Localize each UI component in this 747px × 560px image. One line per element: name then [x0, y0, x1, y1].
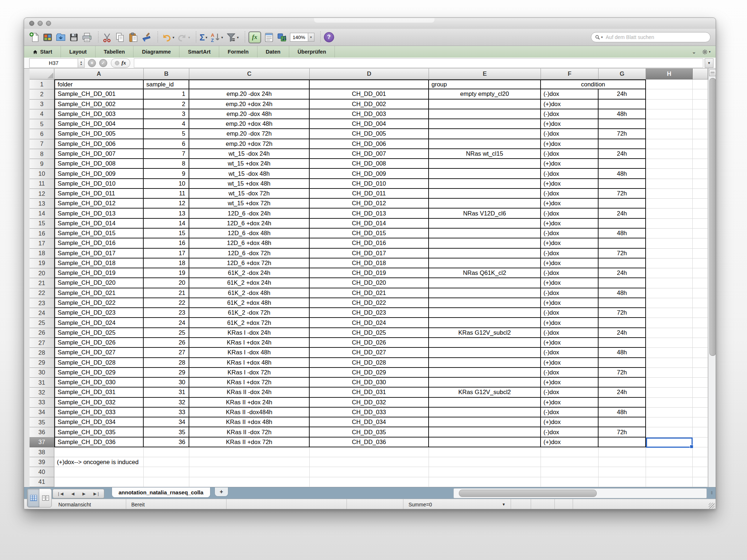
- cell-F15[interactable]: (+)dox: [541, 219, 599, 229]
- cell-H23[interactable]: [646, 298, 693, 308]
- cell-D41[interactable]: [310, 477, 429, 487]
- cell-A9[interactable]: Sample_CH_DD_008: [54, 159, 144, 169]
- cell-D23[interactable]: CH_DD_022: [310, 298, 429, 308]
- name-box-stepper[interactable]: ▲▼: [78, 58, 85, 68]
- cell-F20[interactable]: (-)dox: [541, 268, 599, 278]
- cell-E27[interactable]: [429, 338, 541, 348]
- cell-C40[interactable]: [189, 467, 310, 477]
- cell-C27[interactable]: KRas I +dox 24h: [189, 338, 310, 348]
- cell-B18[interactable]: 17: [144, 249, 189, 258]
- normal-view-button[interactable]: [27, 489, 39, 507]
- cell-extra-25[interactable]: [693, 318, 708, 328]
- cell-F10[interactable]: (-)dox: [541, 169, 599, 179]
- cell-E31[interactable]: [429, 378, 541, 388]
- open-button[interactable]: [55, 32, 66, 43]
- cell-E8[interactable]: NRas wt_cl15: [429, 149, 541, 159]
- cell-B41[interactable]: [144, 477, 189, 487]
- cell-A5[interactable]: Sample_CH_DD_004: [54, 119, 144, 129]
- cell-B27[interactable]: 26: [144, 338, 189, 348]
- cell-G12[interactable]: 72h: [599, 189, 646, 199]
- cell-A38[interactable]: [54, 447, 144, 457]
- formula-input[interactable]: [134, 58, 704, 68]
- cell-F40[interactable]: [541, 467, 599, 477]
- cell-H27[interactable]: [646, 338, 693, 348]
- search-input[interactable]: [605, 34, 707, 40]
- cell-F25[interactable]: (+)dox: [541, 318, 599, 328]
- cell-A25[interactable]: Sample_CH_DD_024: [54, 318, 144, 328]
- cell-G27[interactable]: [599, 338, 646, 348]
- fill-handle[interactable]: [690, 445, 693, 448]
- cell-A23[interactable]: Sample_CH_DD_022: [54, 298, 144, 308]
- cell-D35[interactable]: CH_DD_034: [310, 417, 429, 427]
- collapse-ribbon-icon[interactable]: ⌄: [692, 49, 696, 55]
- cell-G20[interactable]: 24h: [599, 268, 646, 278]
- cell-F33[interactable]: (+)dox: [541, 398, 599, 408]
- cell-E22[interactable]: [429, 288, 541, 298]
- cell-A1[interactable]: folder: [54, 79, 144, 89]
- cell-D11[interactable]: CH_DD_010: [310, 179, 429, 189]
- cell-G14[interactable]: 24h: [599, 209, 646, 218]
- cell-G25[interactable]: [599, 318, 646, 328]
- cell-extra-27[interactable]: [693, 338, 708, 348]
- cell-F32[interactable]: (-)dox: [541, 388, 599, 397]
- cell-F4[interactable]: (-)dox: [541, 109, 599, 119]
- cell-C25[interactable]: 61K_2 +dox 72h: [189, 318, 310, 328]
- cell-B10[interactable]: 9: [144, 169, 189, 179]
- cell-G4[interactable]: 48h: [599, 109, 646, 119]
- cell-extra-2[interactable]: [693, 89, 708, 99]
- cell-A26[interactable]: Sample_CH_DD_025: [54, 328, 144, 338]
- cell-B19[interactable]: 18: [144, 258, 189, 268]
- cell-A15[interactable]: Sample_CH_DD_014: [54, 219, 144, 229]
- cell-B20[interactable]: 19: [144, 268, 189, 278]
- row-header-32[interactable]: 32: [30, 388, 54, 397]
- cell-G3[interactable]: [599, 100, 646, 109]
- cell-extra-37[interactable]: [693, 438, 708, 447]
- row-header-8[interactable]: 8: [30, 149, 54, 159]
- cell-extra-30[interactable]: [693, 368, 708, 378]
- cell-F2[interactable]: (-)dox: [541, 89, 599, 99]
- cell-C36[interactable]: KRas II -dox 72h: [189, 427, 310, 437]
- cell-F37[interactable]: (+)dox: [541, 438, 599, 447]
- cell-B30[interactable]: 29: [144, 368, 189, 378]
- cell-E26[interactable]: KRas G12V_subcl2: [429, 328, 541, 338]
- cell-F23[interactable]: (+)dox: [541, 298, 599, 308]
- cell-extra-17[interactable]: [693, 238, 708, 248]
- new-workbook-button[interactable]: [29, 32, 40, 43]
- cell-D20[interactable]: CH_DD_019: [310, 268, 429, 278]
- cell-G39[interactable]: [599, 457, 646, 467]
- row-header-31[interactable]: 31: [30, 378, 54, 388]
- filter-button[interactable]: ▾: [226, 32, 239, 43]
- cell-extra-39[interactable]: [693, 457, 708, 467]
- media-browser-button[interactable]: [277, 32, 287, 43]
- cell-E34[interactable]: [429, 408, 541, 417]
- cell-F31[interactable]: (+)dox: [541, 378, 599, 388]
- cell-D18[interactable]: CH_DD_017: [310, 249, 429, 258]
- cell-E28[interactable]: [429, 348, 541, 358]
- cell-D3[interactable]: CH_DD_002: [310, 100, 429, 109]
- cell-F6[interactable]: (-)dox: [541, 129, 599, 139]
- minimize-window-icon[interactable]: [38, 21, 43, 26]
- sum-indicator[interactable]: Summe=0▼: [403, 499, 511, 509]
- ribbon-tab-berprfen[interactable]: Überprüfen: [289, 46, 335, 58]
- cell-E40[interactable]: [429, 467, 541, 477]
- cell-G30[interactable]: 72h: [599, 368, 646, 378]
- cell-extra-13[interactable]: [693, 199, 708, 209]
- row-header-18[interactable]: 18: [30, 249, 54, 258]
- cell-extra-11[interactable]: [693, 179, 708, 189]
- cell-F16[interactable]: (-)dox: [541, 229, 599, 238]
- cell-extra-3[interactable]: [693, 100, 708, 109]
- cell-extra-34[interactable]: [693, 408, 708, 417]
- row-header-34[interactable]: 34: [30, 408, 54, 417]
- cell-B4[interactable]: 3: [144, 109, 189, 119]
- cell-A20[interactable]: Sample_CH_DD_019: [54, 268, 144, 278]
- cell-extra-33[interactable]: [693, 398, 708, 408]
- cell-extra-23[interactable]: [693, 298, 708, 308]
- cell-B31[interactable]: 30: [144, 378, 189, 388]
- cell-C9[interactable]: wt_15 +dox 24h: [189, 159, 310, 169]
- cell-extra-26[interactable]: [693, 328, 708, 338]
- cell-A33[interactable]: Sample_CH_DD_032: [54, 398, 144, 408]
- cell-G37[interactable]: [599, 438, 646, 447]
- last-sheet-icon[interactable]: ▶❘: [93, 491, 100, 496]
- cell-C4[interactable]: emp.20 -dox 48h: [189, 109, 310, 119]
- cell-H9[interactable]: [646, 159, 693, 169]
